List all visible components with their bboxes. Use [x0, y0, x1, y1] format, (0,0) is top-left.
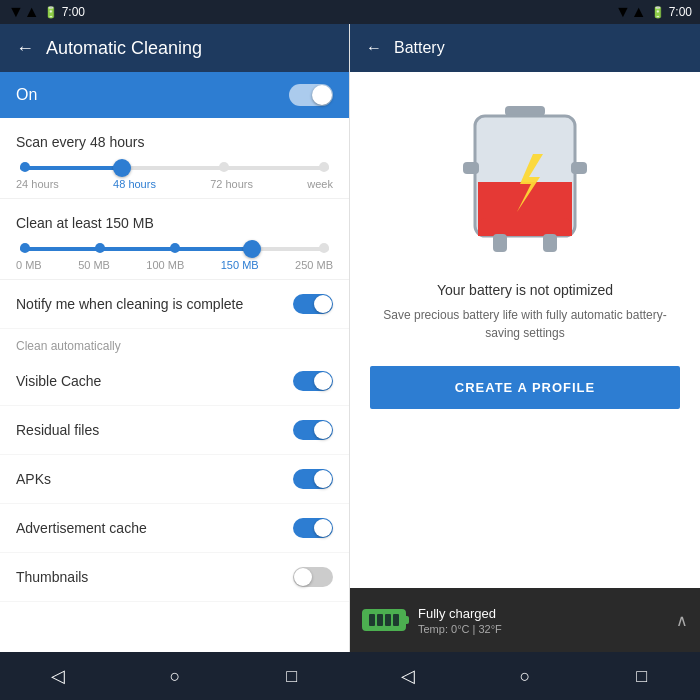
- notification-title: Fully charged: [418, 606, 664, 621]
- svg-rect-7: [543, 234, 557, 252]
- residual-files-toggle[interactable]: [293, 420, 333, 440]
- battery-icon-status: 🔋: [44, 6, 58, 19]
- clean-dot-4: [319, 243, 329, 253]
- scan-slider-track[interactable]: [20, 166, 329, 170]
- create-profile-button[interactable]: CREATE A PROFILE: [370, 366, 680, 409]
- left-panel-header: ← Automatic Cleaning: [0, 24, 349, 72]
- apks-toggle[interactable]: [293, 469, 333, 489]
- svg-rect-8: [463, 162, 479, 174]
- nav-recent-right[interactable]: □: [622, 656, 662, 696]
- battery-svg: [455, 102, 595, 262]
- battery-header: ← Battery: [350, 24, 700, 72]
- batt-seg-4: [393, 614, 399, 626]
- batt-tip: [405, 616, 409, 624]
- svg-rect-9: [571, 162, 587, 174]
- nav-recent-left[interactable]: □: [272, 656, 312, 696]
- scan-section: Scan every 48 hours 24 hours 48 hours 72: [0, 118, 349, 199]
- nav-home-left[interactable]: ○: [155, 656, 195, 696]
- scan-label-2: 72 hours: [210, 178, 253, 190]
- battery-sub-text: Save precious battery life with fully au…: [370, 306, 680, 342]
- battery-main-text: Your battery is not optimized: [437, 282, 613, 298]
- navigation-bar: ◁ ○ □ ◁ ○ □: [0, 652, 700, 700]
- signal-icons: ▼▲: [8, 3, 40, 21]
- clean-title: Clean at least 150 MB: [16, 215, 333, 231]
- battery-icon-status-right: 🔋: [651, 6, 665, 19]
- status-time-left: 7:00: [62, 5, 85, 19]
- main-toggle-switch[interactable]: [289, 84, 333, 106]
- scan-labels: 24 hours 48 hours 72 hours week: [16, 178, 333, 190]
- scan-label-3: week: [307, 178, 333, 190]
- left-panel: ← Automatic Cleaning On Scan every 48 ho…: [0, 24, 350, 652]
- svg-rect-6: [493, 234, 507, 252]
- ad-cache-row: Advertisement cache: [0, 504, 349, 553]
- main-toggle-label: On: [16, 86, 37, 104]
- clean-section: Clean at least 150 MB 0 MB 50 MB: [0, 199, 349, 280]
- status-bar-right: ▼▲ 🔋 7:00: [615, 3, 692, 21]
- nav-home-right[interactable]: ○: [505, 656, 545, 696]
- clean-slider-thumb[interactable]: [243, 240, 261, 258]
- clean-slider-container: [16, 247, 333, 251]
- back-button-right[interactable]: ←: [366, 39, 382, 57]
- apks-knob: [314, 470, 332, 488]
- clean-label-1: 50 MB: [78, 259, 110, 271]
- clean-label-0: 0 MB: [16, 259, 42, 271]
- nav-back-right[interactable]: ◁: [388, 656, 428, 696]
- clean-label-2: 100 MB: [146, 259, 184, 271]
- main-content: ← Automatic Cleaning On Scan every 48 ho…: [0, 24, 700, 652]
- clean-dot-1: [95, 243, 105, 253]
- batt-seg-1: [369, 614, 375, 626]
- right-panel: ← Battery: [350, 24, 700, 652]
- batt-seg-2: [377, 614, 383, 626]
- clean-dot-0: [20, 243, 30, 253]
- scan-slider-thumb[interactable]: [113, 159, 131, 177]
- clean-label-3: 150 MB: [221, 259, 259, 271]
- ad-cache-knob: [314, 519, 332, 537]
- thumbnails-knob: [294, 568, 312, 586]
- scan-label-0: 24 hours: [16, 178, 59, 190]
- residual-files-knob: [314, 421, 332, 439]
- back-button-left[interactable]: ←: [16, 38, 34, 59]
- visible-cache-label: Visible Cache: [16, 373, 101, 389]
- notify-toggle-knob: [314, 295, 332, 313]
- visible-cache-toggle[interactable]: [293, 371, 333, 391]
- status-bar-left: ▼▲ 🔋 7:00: [8, 3, 85, 21]
- battery-notification[interactable]: Fully charged Temp: 0°C | 32°F ∧: [350, 588, 700, 652]
- ad-cache-toggle[interactable]: [293, 518, 333, 538]
- residual-files-row: Residual files: [0, 406, 349, 455]
- toggle-knob: [312, 85, 332, 105]
- status-bar: ▼▲ 🔋 7:00 ▼▲ 🔋 7:00: [0, 0, 700, 24]
- svg-rect-4: [478, 218, 572, 233]
- scan-label-1: 48 hours: [113, 178, 156, 190]
- ad-cache-label: Advertisement cache: [16, 520, 147, 536]
- battery-illustration: [455, 102, 595, 262]
- residual-files-label: Residual files: [16, 422, 99, 438]
- batt-seg-3: [385, 614, 391, 626]
- thumbnails-label: Thumbnails: [16, 569, 88, 585]
- clean-slider-dots: [20, 243, 329, 253]
- status-time-right: 7:00: [669, 5, 692, 19]
- notify-setting-row: Notify me when cleaning is complete: [0, 280, 349, 329]
- scan-title: Scan every 48 hours: [16, 134, 333, 150]
- signal-icons-right: ▼▲: [615, 3, 647, 21]
- notification-expand-icon[interactable]: ∧: [676, 611, 688, 630]
- nav-left: ◁ ○ □: [0, 652, 350, 700]
- nav-right: ◁ ○ □: [350, 652, 700, 700]
- scan-dot-0: [20, 162, 30, 172]
- scan-slider-dots: [20, 162, 329, 172]
- main-toggle-bar[interactable]: On: [0, 72, 349, 118]
- nav-back-left[interactable]: ◁: [38, 656, 78, 696]
- battery-segments: [367, 612, 401, 628]
- visible-cache-knob: [314, 372, 332, 390]
- clean-dot-2: [170, 243, 180, 253]
- thumbnails-row: Thumbnails: [0, 553, 349, 602]
- auto-clean-subtitle: Clean automatically: [0, 329, 349, 357]
- thumbnails-toggle[interactable]: [293, 567, 333, 587]
- notification-text: Fully charged Temp: 0°C | 32°F: [418, 606, 664, 635]
- notify-label: Notify me when cleaning is complete: [16, 296, 243, 312]
- battery-title: Battery: [394, 39, 445, 57]
- battery-full-icon: [362, 609, 406, 631]
- scan-dot-3: [319, 162, 329, 172]
- notify-toggle[interactable]: [293, 294, 333, 314]
- scan-dot-2: [219, 162, 229, 172]
- clean-slider-track[interactable]: [20, 247, 329, 251]
